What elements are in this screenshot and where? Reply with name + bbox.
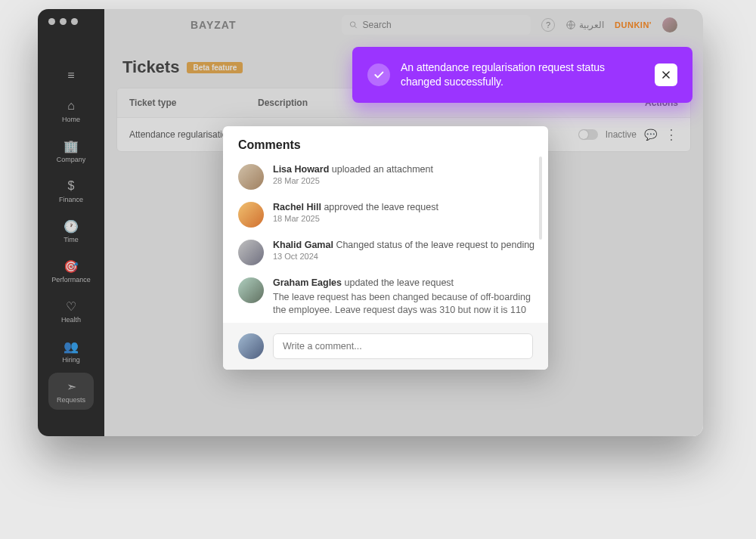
comment-action: uploaded an attachment xyxy=(332,164,433,175)
modal-title: Comments xyxy=(223,126,548,155)
comment-item: Lisa Howard uploaded an attachment 28 Ma… xyxy=(238,158,541,196)
comment-detail: The leave request has been changed becau… xyxy=(273,291,541,317)
toast-close-button[interactable] xyxy=(655,64,677,86)
comment-date: 28 Mar 2025 xyxy=(273,176,541,185)
comment-date: 18 Mar 2025 xyxy=(273,214,541,223)
comment-composer xyxy=(223,323,548,370)
comments-modal: ✕ Comments Lisa Howard uploaded an attac… xyxy=(223,126,548,370)
success-toast: An attendance regularisation request sta… xyxy=(352,47,692,103)
check-icon xyxy=(367,64,390,86)
scrollbar[interactable] xyxy=(539,156,542,317)
comments-list: Lisa Howard uploaded an attachment 28 Ma… xyxy=(223,155,548,323)
avatar xyxy=(238,240,264,265)
comment-action: updated the leave request xyxy=(345,277,454,288)
avatar xyxy=(238,202,264,228)
comment-author: Graham Eagles xyxy=(273,277,342,288)
toast-message: An attendance regularisation request sta… xyxy=(401,60,644,89)
comment-author: Lisa Howard xyxy=(273,164,329,175)
avatar xyxy=(238,164,264,190)
app-window: ≡ ⌂ Home 🏢 Company $ Finance 🕐 Time xyxy=(38,9,703,436)
close-icon xyxy=(661,70,671,80)
avatar xyxy=(238,277,264,303)
comment-action: approved the leave request xyxy=(324,202,438,212)
comment-date: 13 Oct 2024 xyxy=(273,252,541,261)
avatar xyxy=(238,333,264,359)
comment-item: Graham Eagles updated the leave request … xyxy=(238,271,541,323)
comment-author: Rachel Hill xyxy=(273,202,321,212)
comment-action: Changed status of the leave request to p… xyxy=(336,240,534,250)
comment-input[interactable] xyxy=(273,333,533,359)
comment-author: Khalid Gamal xyxy=(273,240,333,250)
comment-item: Rachel Hill approved the leave request 1… xyxy=(238,196,541,234)
comment-item: Khalid Gamal Changed status of the leave… xyxy=(238,234,541,271)
